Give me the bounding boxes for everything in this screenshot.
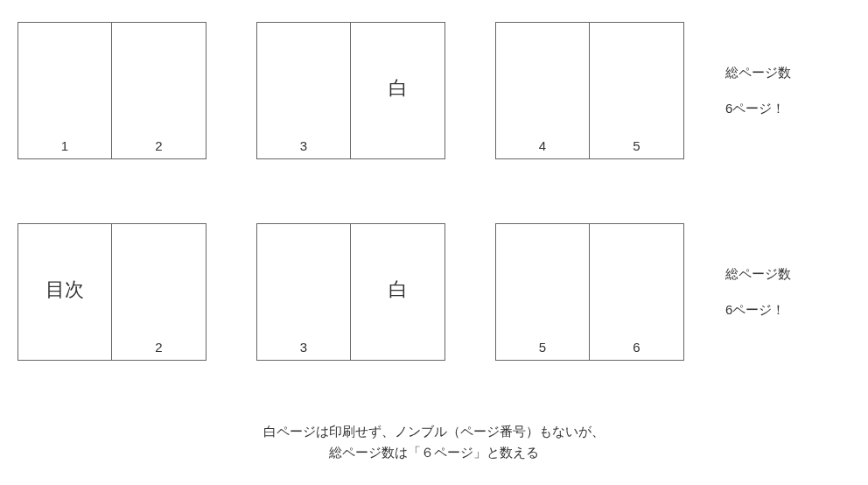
total-pages-label: 総ページ数 xyxy=(725,266,791,283)
page-number: 2 xyxy=(155,340,162,355)
caption-line-2: 総ページ数は「６ページ」と数える xyxy=(0,442,868,463)
page-number: 5 xyxy=(539,340,546,355)
page: 1 xyxy=(18,23,112,158)
page: 3 xyxy=(257,23,351,158)
page: 目次 xyxy=(18,224,112,360)
spread-2: 3 白 xyxy=(256,22,445,159)
page-number: 5 xyxy=(633,138,640,153)
page-center: 白 xyxy=(388,277,408,303)
diagram-row-2: 目次 2 3 白 5 6 総ページ数 6ページ！ xyxy=(18,223,791,361)
page-number: 2 xyxy=(155,138,162,153)
page-center: 白 xyxy=(388,75,408,102)
page-number: 3 xyxy=(300,340,307,355)
total-pages-value: 6ページ！ xyxy=(725,101,791,117)
page: 5 xyxy=(590,23,683,158)
page: 6 xyxy=(590,224,683,360)
page-number: 6 xyxy=(633,340,640,355)
caption-line-1: 白ページは印刷せず、ノンブル（ページ番号）もないが、 xyxy=(0,421,868,442)
spread-3: 5 6 xyxy=(495,223,684,361)
page: 4 xyxy=(496,23,590,158)
row-side-label: 総ページ数 6ページ！ xyxy=(725,266,791,319)
page-center: 目次 xyxy=(46,277,84,303)
diagram-row-1: 1 2 3 白 4 5 総ページ数 6ページ！ xyxy=(18,22,791,159)
page-number: 3 xyxy=(300,138,307,153)
page: 2 xyxy=(112,224,206,360)
page-number: 4 xyxy=(539,138,546,153)
spread-2: 3 白 xyxy=(256,223,445,361)
spread-3: 4 5 xyxy=(495,22,684,159)
page: 5 xyxy=(496,224,590,360)
page: 2 xyxy=(112,23,206,158)
page-number: 1 xyxy=(61,138,68,153)
page: 白 xyxy=(351,23,444,158)
total-pages-value: 6ページ！ xyxy=(725,302,791,319)
spread-1: 1 2 xyxy=(18,22,206,159)
spread-1: 目次 2 xyxy=(18,223,206,361)
page: 白 xyxy=(351,224,444,360)
page: 3 xyxy=(257,224,351,360)
diagram-caption: 白ページは印刷せず、ノンブル（ページ番号）もないが、 総ページ数は「６ページ」と… xyxy=(0,421,868,463)
total-pages-label: 総ページ数 xyxy=(725,65,791,81)
row-side-label: 総ページ数 6ページ！ xyxy=(725,65,791,117)
